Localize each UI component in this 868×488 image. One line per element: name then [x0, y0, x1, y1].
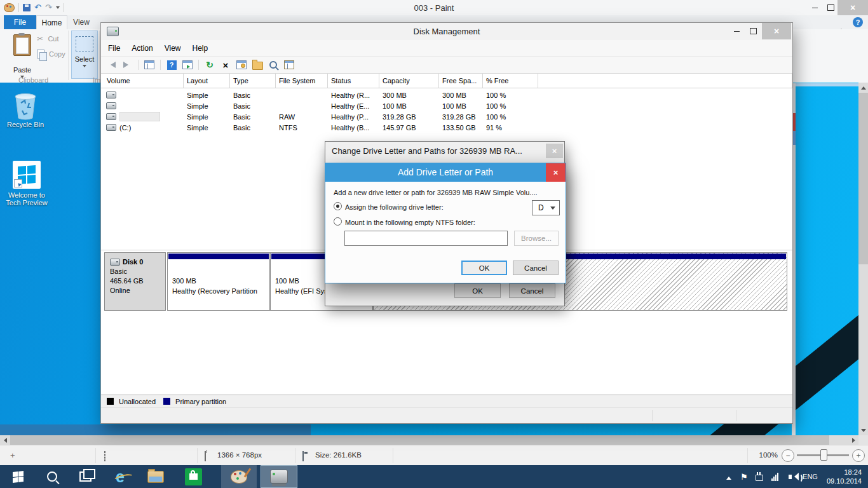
taskbar: e ⚑ ENG 18:24 09.10.2014 [0, 465, 868, 488]
change-dialog-titlebar[interactable]: Change Drive Letter and Paths for 326939… [325, 142, 564, 161]
show-console-tree-icon[interactable] [143, 58, 156, 71]
scroll-right-icon[interactable] [849, 435, 858, 445]
assign-drive-letter-radio[interactable] [334, 202, 342, 210]
cut-button[interactable]: ✂ Cut [37, 34, 59, 43]
taskbar-file-explorer[interactable] [142, 465, 169, 488]
paste-button[interactable]: Paste [5, 30, 39, 76]
desktop-icon-recycle-bin[interactable]: Recycle Bin [1, 90, 50, 128]
shortcut-arrow-icon [14, 179, 22, 187]
power-icon[interactable] [752, 465, 767, 488]
chevron-down-icon [550, 207, 555, 212]
paint-minimize-button[interactable] [807, 0, 822, 15]
save-icon[interactable] [23, 4, 31, 11]
change-dialog-cancel-button[interactable]: Cancel [509, 283, 555, 298]
add-dialog-titlebar[interactable]: Add Drive Letter or Path × [325, 163, 566, 182]
back-icon[interactable] [105, 58, 118, 71]
add-dialog-title: Add Drive Letter or Path [325, 167, 566, 177]
vertical-scroll-thumb[interactable] [858, 93, 868, 264]
undo-icon[interactable]: ↶ [34, 4, 41, 11]
volume-row[interactable]: Simple Basic Healthy (R... 300 MB 300 MB… [101, 90, 792, 100]
task-view-button[interactable] [72, 465, 98, 488]
zoom-in-button[interactable]: + [852, 449, 865, 462]
select-tool-button[interactable]: Select [71, 30, 98, 79]
copy-button[interactable]: Copy [37, 50, 65, 58]
paste-icon [13, 34, 31, 56]
add-dialog-cancel-button[interactable]: Cancel [513, 261, 559, 275]
volume-icon[interactable] [782, 465, 797, 488]
add-dialog-close-icon[interactable]: × [546, 163, 566, 182]
volume-row-selected[interactable]: Simple Basic RAW Healthy (P... 319.28 GB… [101, 111, 792, 122]
zoom-slider-thumb[interactable] [820, 449, 827, 461]
taskbar-paint[interactable] [221, 465, 257, 488]
menu-view[interactable]: View [165, 44, 181, 53]
paint-close-button[interactable]: × [837, 0, 868, 15]
column-capacity[interactable]: Capacity [379, 74, 439, 88]
taskbar-internet-explorer[interactable]: e [107, 465, 133, 488]
volume-row[interactable]: (C:) Simple Basic NTFS Healthy (B... 145… [101, 122, 792, 133]
network-icon[interactable] [767, 465, 782, 488]
column-volume[interactable]: Volume [101, 74, 184, 88]
customize-qat-icon[interactable] [56, 6, 60, 11]
paint-restore-button[interactable] [824, 0, 837, 15]
select-dropdown-icon [83, 65, 86, 69]
canvas-vertical-scrollbar[interactable] [858, 83, 868, 435]
tab-view[interactable]: View [66, 15, 97, 29]
scroll-left-icon[interactable] [0, 435, 10, 445]
disk0-panel[interactable]: Disk 0 Basic 465.64 GB Online [104, 252, 166, 311]
show-action-pane-icon[interactable] [181, 58, 194, 71]
start-button[interactable] [5, 465, 31, 488]
show-hidden-icons-button[interactable] [721, 465, 736, 488]
legend-primary-swatch [163, 398, 170, 405]
action-center-icon[interactable]: ⚑ [736, 465, 752, 488]
zoom-out-button[interactable]: − [782, 449, 794, 462]
column-layout[interactable]: Layout [184, 74, 230, 88]
column-status[interactable]: Status [328, 74, 379, 88]
disk-management-titlebar[interactable]: Disk Management × [101, 23, 792, 40]
desktop-icon-welcome[interactable]: Welcome to Tech Preview [3, 161, 51, 207]
column-type[interactable]: Type [230, 74, 276, 88]
volume-row[interactable]: Simple Basic Healthy (E... 100 MB 100 MB… [101, 100, 792, 111]
redo-icon[interactable]: ↷ [45, 4, 52, 11]
collapse-ribbon-icon[interactable] [839, 20, 844, 29]
scroll-down-icon[interactable] [858, 426, 868, 435]
tab-file[interactable]: File [4, 15, 36, 29]
column-free-space[interactable]: Free Spa... [439, 74, 483, 88]
column-file-system[interactable]: File System [276, 74, 328, 88]
browse-button[interactable]: Browse... [514, 231, 559, 246]
zoom-level-value: 100% [755, 451, 778, 459]
tab-home[interactable]: Home [36, 15, 67, 30]
canvas-horizontal-scrollbar[interactable] [0, 435, 858, 445]
manage-icon[interactable] [283, 58, 295, 71]
refresh-icon[interactable]: ↻ [203, 58, 216, 71]
taskbar-search-button[interactable] [39, 465, 65, 488]
menu-action[interactable]: Action [132, 44, 153, 53]
drive-letter-select[interactable]: D [532, 200, 560, 215]
forward-icon[interactable] [121, 58, 133, 71]
change-dialog-close-icon[interactable]: × [546, 144, 563, 158]
properties-icon[interactable] [235, 58, 248, 71]
clock[interactable]: 18:24 09.10.2014 [823, 468, 868, 485]
menu-file[interactable]: File [108, 44, 120, 53]
add-dialog-ok-button[interactable]: OK [461, 261, 507, 275]
folder-path-input[interactable] [344, 231, 508, 246]
dm-minimize-button[interactable] [729, 23, 744, 39]
column-percent-free[interactable]: % Free [483, 74, 538, 88]
mount-folder-radio[interactable] [334, 217, 342, 226]
change-dialog-ok-button[interactable]: OK [454, 283, 501, 298]
volume-list-header: Volume Layout Type File System Status Ca… [101, 74, 792, 88]
partition-recovery[interactable]: 300 MB Healthy (Recovery Partition [167, 252, 270, 311]
menu-help[interactable]: Help [193, 44, 208, 53]
delete-icon[interactable]: × [219, 58, 232, 71]
dm-maximize-button[interactable] [745, 23, 761, 39]
taskbar-disk-management[interactable] [261, 465, 297, 488]
open-icon[interactable] [251, 58, 264, 71]
scroll-up-icon[interactable] [858, 83, 868, 92]
search-icon[interactable] [267, 58, 280, 71]
help-icon[interactable]: ? [165, 58, 178, 71]
mount-folder-label: Mount in the following empty NTFS folder… [345, 219, 475, 226]
dm-close-button[interactable]: × [762, 23, 791, 39]
volume-icon [106, 92, 116, 98]
horizontal-scroll-thumb[interactable] [10, 435, 829, 445]
taskbar-store[interactable] [180, 465, 206, 488]
paint-help-icon[interactable]: ? [853, 17, 863, 27]
